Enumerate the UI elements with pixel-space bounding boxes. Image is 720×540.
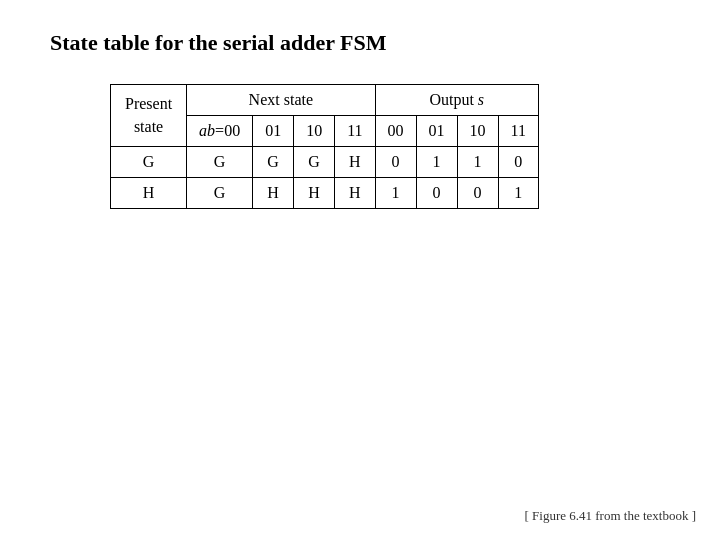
out-sub-11: 11 bbox=[498, 116, 538, 147]
out-11: 1 bbox=[498, 178, 538, 209]
page-title: State table for the serial adder FSM bbox=[50, 30, 670, 56]
sub-ab00: ab=00 bbox=[187, 116, 253, 147]
table-wrapper: Present state Next state Output s ab=00 … bbox=[110, 84, 670, 209]
next-01: H bbox=[253, 178, 294, 209]
out-10: 0 bbox=[457, 178, 498, 209]
present-label-line2: state bbox=[134, 116, 163, 138]
table-row: GGGGH0110 bbox=[111, 147, 539, 178]
present-state-cell: H bbox=[111, 178, 187, 209]
page-container: State table for the serial adder FSM Pre… bbox=[0, 0, 720, 540]
present-state-header: Present state bbox=[111, 85, 187, 147]
next-01: G bbox=[253, 147, 294, 178]
out-sub-10: 10 bbox=[457, 116, 498, 147]
next-10: H bbox=[294, 178, 335, 209]
next-11: H bbox=[335, 178, 375, 209]
next-10: G bbox=[294, 147, 335, 178]
present-label-line1: Present bbox=[125, 93, 172, 115]
present-state-cell: G bbox=[111, 147, 187, 178]
next-00: G bbox=[187, 178, 253, 209]
next-11: H bbox=[335, 147, 375, 178]
table-row: HGHHH1001 bbox=[111, 178, 539, 209]
output-s-label: s bbox=[478, 91, 484, 108]
out-00: 0 bbox=[375, 147, 416, 178]
footer-note: [ Figure 6.41 from the textbook ] bbox=[525, 508, 697, 524]
out-10: 1 bbox=[457, 147, 498, 178]
sub-01: 01 bbox=[253, 116, 294, 147]
sub-11: 11 bbox=[335, 116, 375, 147]
out-sub-01: 01 bbox=[416, 116, 457, 147]
state-table: Present state Next state Output s ab=00 … bbox=[110, 84, 539, 209]
out-00: 1 bbox=[375, 178, 416, 209]
next-00: G bbox=[187, 147, 253, 178]
out-01: 1 bbox=[416, 147, 457, 178]
sub-10: 10 bbox=[294, 116, 335, 147]
next-state-header: Next state bbox=[187, 85, 375, 116]
out-01: 0 bbox=[416, 178, 457, 209]
output-header: Output s bbox=[375, 85, 538, 116]
out-sub-00: 00 bbox=[375, 116, 416, 147]
out-11: 0 bbox=[498, 147, 538, 178]
